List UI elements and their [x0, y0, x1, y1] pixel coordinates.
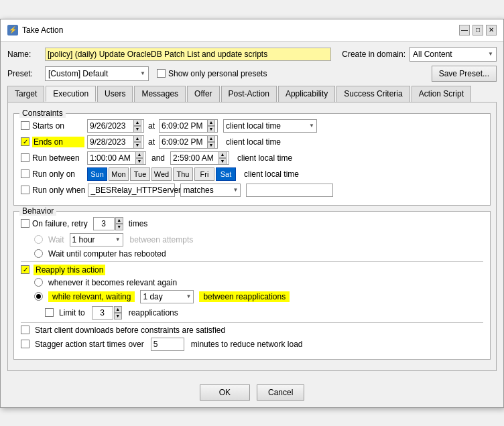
chevron-down-icon: ▼: [140, 70, 145, 76]
title-bar-left: ⚡ Take Action: [7, 25, 63, 36]
run-between-from[interactable]: 1:00:00 AM ▲▼: [87, 151, 146, 165]
time-spin[interactable]: ▲▼: [207, 119, 215, 133]
day-wed[interactable]: Wed: [151, 167, 172, 181]
wait-reboot-radio[interactable]: [34, 249, 43, 258]
tab-execution[interactable]: Execution: [46, 86, 96, 102]
date-spin[interactable]: ▲▼: [133, 135, 141, 149]
retry-spin[interactable]: ▲▼: [115, 217, 123, 230]
ends-on-checkbox[interactable]: [21, 137, 29, 146]
when-value-input[interactable]: [246, 184, 333, 197]
while-relevant-row: while relevant, waiting 1 day ▼ between …: [34, 290, 483, 303]
tab-content: Constraints Starts on 9/26/2023 ▲▼ at 6:…: [7, 102, 497, 371]
time-spin[interactable]: ▲▼: [218, 151, 227, 165]
day-sun[interactable]: Sun: [87, 167, 107, 181]
footer: OK Cancel: [1, 378, 503, 407]
close-button[interactable]: ✕: [486, 25, 497, 36]
day-tue[interactable]: Tue: [130, 167, 150, 181]
stagger-input[interactable]: [151, 338, 184, 351]
limit-to-checkbox[interactable]: [45, 308, 54, 317]
whenever-row: whenever it becomes relevant again: [34, 278, 483, 287]
minimize-button[interactable]: —: [459, 25, 470, 36]
start-downloads-row: Start client downloads before constraint…: [21, 326, 483, 335]
at-label2: at: [148, 137, 155, 147]
stagger-checkbox[interactable]: [21, 340, 29, 348]
day-buttons: Sun Mon Tue Wed Thu Fri Sat: [87, 167, 236, 181]
tab-post-action[interactable]: Post-Action: [221, 86, 277, 102]
start-downloads-checkbox[interactable]: [21, 326, 29, 334]
run-between-checkbox[interactable]: [21, 153, 29, 162]
day-combo[interactable]: 1 day ▼: [140, 290, 194, 303]
time-spin[interactable]: ▲▼: [207, 135, 215, 149]
wait-radio[interactable]: [34, 235, 43, 244]
times-label: times: [129, 219, 148, 228]
limit-spin[interactable]: ▲▼: [114, 306, 122, 320]
starts-on-checkbox[interactable]: [21, 121, 29, 130]
day-thu[interactable]: Thu: [173, 167, 193, 181]
starts-on-row: Starts on 9/26/2023 ▲▼ at 6:09:02 PM ▲▼ …: [21, 119, 483, 133]
retry-count-input[interactable]: [93, 217, 115, 230]
on-failure-checkbox[interactable]: [21, 219, 29, 228]
name-label: Name:: [7, 50, 41, 59]
wait-reboot-row: Wait until computer has rebooted: [34, 249, 483, 259]
starts-on-tz[interactable]: client local time ▼: [223, 119, 317, 133]
show-personal-checkbox[interactable]: [157, 69, 166, 78]
run-only-on-checkbox[interactable]: [21, 169, 29, 178]
title-bar: ⚡ Take Action — □ ✕: [1, 19, 503, 42]
run-between-to[interactable]: 2:59:00 AM ▲▼: [170, 151, 229, 165]
run-only-when-checkbox[interactable]: [21, 186, 29, 194]
date-spin[interactable]: ▲▼: [133, 119, 141, 133]
tab-target[interactable]: Target: [7, 86, 44, 102]
preset-label: Preset:: [7, 69, 41, 78]
run-between-label: Run between: [32, 153, 84, 163]
behavior-section: Behavior On failure, retry ▲▼ times Wait: [13, 211, 491, 360]
cancel-button[interactable]: Cancel: [257, 384, 304, 401]
run-between-tz: client local time: [237, 153, 292, 163]
day-mon[interactable]: Mon: [109, 167, 129, 181]
starts-on-time[interactable]: 6:09:02 PM ▲▼: [159, 119, 218, 133]
on-failure-label: On failure, retry: [32, 219, 88, 228]
behavior-title: Behavior: [19, 206, 56, 216]
while-relevant-label: while relevant, waiting: [48, 291, 135, 302]
matches-combo[interactable]: matches ▼: [180, 184, 241, 197]
stagger-suffix: minutes to reduce network load: [191, 340, 303, 349]
limit-count-input[interactable]: [92, 306, 113, 320]
time-spin[interactable]: ▲▼: [135, 151, 143, 165]
between-reapply-label: between reapplications: [199, 291, 290, 302]
run-only-on-row: Run only on Sun Mon Tue Wed Thu Fri Sat …: [21, 167, 483, 181]
run-only-when-label: Run only when: [32, 186, 85, 195]
run-only-on-label: Run only on: [32, 169, 84, 179]
hour-combo[interactable]: 1 hour ▼: [70, 233, 123, 246]
reapply-row: Reapply this action: [21, 265, 483, 275]
ends-on-time[interactable]: 6:09:02 PM ▲▼: [159, 135, 218, 149]
between-attempts-label: between attempts: [130, 235, 194, 244]
starts-on-date[interactable]: 9/26/2023 ▲▼: [87, 119, 144, 133]
start-downloads-label: Start client downloads before constraint…: [35, 326, 225, 335]
run-only-when-combo[interactable]: _BESRelay_HTTPServer_ ▼: [88, 184, 175, 197]
while-relevant-radio[interactable]: [34, 292, 43, 301]
tab-users[interactable]: Users: [97, 86, 133, 102]
tab-messages[interactable]: Messages: [134, 86, 186, 102]
tab-action-script[interactable]: Action Script: [412, 86, 471, 102]
preset-row: Preset: [Custom] Default ▼ Show only per…: [7, 66, 497, 82]
chevron-down-icon: ▼: [115, 236, 121, 242]
maximize-button[interactable]: □: [472, 25, 483, 36]
ends-on-tz: client local time: [226, 137, 281, 147]
create-domain-value: All Content: [413, 50, 452, 59]
day-fri[interactable]: Fri: [194, 167, 214, 181]
tab-offer[interactable]: Offer: [187, 86, 219, 102]
preset-combo[interactable]: [Custom] Default ▼: [45, 66, 149, 81]
reapplications-label: reapplications: [129, 308, 178, 317]
create-domain-combo[interactable]: All Content ▼: [410, 47, 497, 62]
tab-applicability[interactable]: Applicability: [278, 86, 335, 102]
tab-success-criteria[interactable]: Success Criteria: [336, 86, 410, 102]
save-preset-button[interactable]: Save Preset...: [432, 66, 497, 82]
limit-to-row: Limit to ▲▼ reapplications: [45, 306, 483, 320]
reapply-checkbox[interactable]: [21, 265, 29, 274]
on-failure-row: On failure, retry ▲▼ times: [21, 217, 483, 230]
ok-button[interactable]: OK: [200, 384, 250, 401]
day-sat[interactable]: Sat: [216, 167, 236, 181]
name-input[interactable]: [45, 48, 331, 61]
at-label: at: [148, 121, 155, 131]
whenever-radio[interactable]: [34, 278, 43, 287]
ends-on-date[interactable]: 9/28/2023 ▲▼: [87, 135, 144, 149]
